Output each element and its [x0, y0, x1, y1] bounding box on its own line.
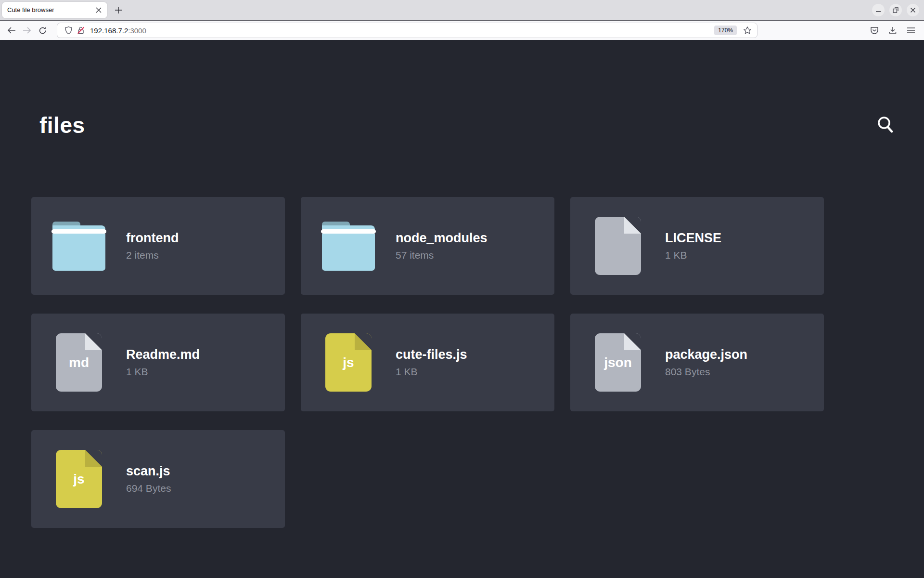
folder-icon — [52, 222, 105, 271]
file-name: package.json — [665, 347, 747, 362]
file-card[interactable]: md Readme.md 1 KB — [31, 314, 285, 411]
file-size: 694 Bytes — [126, 483, 171, 494]
folder-icon — [322, 222, 375, 271]
file-card[interactable]: node_modules 57 items — [301, 197, 554, 295]
menu-hamburger-icon[interactable] — [904, 23, 918, 38]
tab-title: Cute file browser — [7, 6, 94, 13]
forward-button[interactable] — [19, 23, 35, 38]
file-name: Readme.md — [126, 347, 200, 362]
reload-button[interactable] — [35, 23, 50, 38]
new-tab-button[interactable] — [111, 3, 126, 17]
url-port: :3000 — [128, 26, 146, 35]
browser-tab[interactable]: Cute file browser — [2, 2, 107, 18]
file-size: 803 Bytes — [665, 366, 747, 378]
url-bar[interactable]: 192.168.7.2:3000 170% — [57, 23, 757, 38]
downloads-icon[interactable] — [886, 23, 900, 38]
page-title: files — [39, 112, 85, 138]
file-grid: frontend 2 items node_modules 57 items L… — [31, 197, 896, 528]
window-restore-button[interactable] — [889, 4, 902, 16]
window-close-button[interactable] — [907, 4, 919, 16]
url-host: 192.168.7.2 — [90, 26, 128, 35]
file-card[interactable]: js cute-files.js 1 KB — [301, 314, 554, 411]
page-header: files — [31, 112, 896, 138]
url-text[interactable]: 192.168.7.2:3000 — [90, 26, 714, 35]
file-extension-label: js — [343, 355, 354, 370]
file-card[interactable]: json package.json 803 Bytes — [570, 314, 824, 411]
navigation-toolbar: 192.168.7.2:3000 170% — [0, 21, 924, 40]
shield-icon[interactable] — [62, 24, 75, 37]
file-size: 1 KB — [396, 366, 467, 378]
file-extension-label: json — [604, 355, 632, 370]
bookmark-star-icon[interactable] — [742, 25, 753, 36]
file-icon: md — [56, 333, 102, 392]
insecure-lock-icon[interactable] — [75, 24, 87, 37]
file-size: 57 items — [396, 250, 488, 261]
window-minimize-button[interactable] — [872, 4, 885, 16]
file-icon: js — [325, 333, 372, 392]
file-name: LICENSE — [665, 231, 721, 246]
zoom-level-badge[interactable]: 170% — [714, 26, 737, 35]
file-size: 2 items — [126, 250, 179, 261]
window-controls — [872, 4, 919, 16]
file-name: node_modules — [396, 231, 488, 246]
back-button[interactable] — [4, 23, 19, 38]
file-name: cute-files.js — [396, 347, 467, 362]
search-icon[interactable] — [875, 115, 896, 136]
file-icon: js — [56, 450, 102, 508]
file-extension-label: js — [73, 472, 84, 487]
file-card[interactable]: frontend 2 items — [31, 197, 285, 295]
file-name: scan.js — [126, 464, 171, 479]
file-icon — [595, 217, 641, 275]
tab-close-icon[interactable] — [94, 5, 103, 15]
file-extension-label: md — [69, 355, 89, 370]
file-size: 1 KB — [665, 250, 721, 261]
tab-bar: Cute file browser — [0, 0, 924, 21]
file-card[interactable]: LICENSE 1 KB — [570, 197, 824, 295]
file-browser-page: files frontend 2 items node_ — [0, 40, 924, 577]
pocket-icon[interactable] — [867, 23, 882, 38]
file-icon: json — [595, 333, 641, 392]
file-card[interactable]: js scan.js 694 Bytes — [31, 430, 285, 528]
toolbar-right — [867, 23, 920, 38]
file-size: 1 KB — [126, 366, 200, 378]
file-name: frontend — [126, 231, 179, 246]
